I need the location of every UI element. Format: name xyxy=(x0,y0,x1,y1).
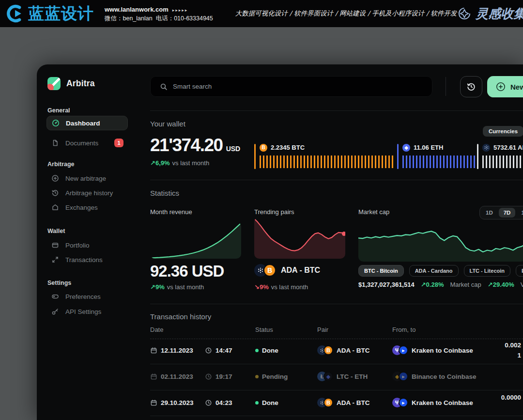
range-1m[interactable]: 1M xyxy=(516,208,523,218)
table-row[interactable]: 12.11.2023 14:47 Done B ADA - BTC Ψ xyxy=(150,339,523,362)
sidebar-item-exchanges[interactable]: Exchanges xyxy=(46,200,128,215)
section-title-arbitrage: Arbitrage xyxy=(47,161,75,168)
plus-circle-icon xyxy=(496,82,506,92)
banner-services: 大数据可视化设计 / 软件界面设计 / 网站建设 / 手机及小程序设计 / 软件… xyxy=(235,9,457,18)
range-7d[interactable]: 7D xyxy=(499,208,516,218)
time-cell: 04:23 xyxy=(205,391,232,414)
wechat-contact: 微信：ben_lanlan xyxy=(105,15,153,22)
sidebar-item-new-arbitrage[interactable]: New arbitrage xyxy=(46,171,128,186)
row-divider xyxy=(150,390,523,390)
ada-amount-label: 5732.61 ADA xyxy=(493,144,523,151)
cap-delta-label: Market cap xyxy=(450,281,481,288)
arbitra-app-window: Arbitra General Dashboard Documents 1 Ar… xyxy=(37,64,523,420)
market-cap-value: $1,327,027,361,514 xyxy=(358,281,415,288)
search-input[interactable] xyxy=(173,83,405,90)
table-row[interactable]: 29.10.2023 04:23 Done B ADA - BTC Ψ xyxy=(150,391,523,414)
date-cell: 12.11.2023 xyxy=(150,339,193,362)
wallet-delta: ↗6,9% vs last month xyxy=(150,159,209,167)
sidebar-item-transactions[interactable]: Transactions xyxy=(46,252,128,267)
url-arrows-decor: ▸▸▸▸▸ xyxy=(172,8,188,13)
site-logo: 蓝蓝设计 xyxy=(6,3,94,25)
collect-text: 灵感收集 xyxy=(476,5,523,22)
pill-ltc-litecoin[interactable]: LTC - Litecoin xyxy=(464,265,511,277)
coinbase-icon: ▸ xyxy=(399,398,408,407)
section-title-wallet: Wallet xyxy=(47,228,65,234)
table-row[interactable]: 02.11.2023 19:17 Pending Ł ◆ LTC - ETH ◆ xyxy=(150,365,523,388)
date-value: 29.10.2023 xyxy=(161,399,194,406)
inspiration-collect[interactable]: 灵感收集 xyxy=(457,5,523,22)
route-cell: Ψ ▸ Kraken to Coinbase xyxy=(392,391,473,414)
status-dot-pending xyxy=(255,375,259,378)
search-bar[interactable] xyxy=(150,76,432,97)
trending-delta-suffix: vs last month xyxy=(271,283,308,291)
volume-delta-value: 29.40% xyxy=(493,281,514,288)
pill-ada-cardano[interactable]: ADA - Cardano xyxy=(409,265,459,277)
pill-btc-bitcoin[interactable]: BTC - Bitcoin xyxy=(358,265,404,277)
toggle-icon xyxy=(51,293,59,300)
exchange-icons: Ψ ▸ xyxy=(392,398,408,407)
wallet-segment-eth: ◆ 11.06 ETH xyxy=(397,143,477,170)
btc-coin-icon: B xyxy=(323,398,333,407)
cap-delta-value: 0.28% xyxy=(426,281,444,288)
time-value: 04:23 xyxy=(215,399,232,406)
up-arrow-icon: ↗ xyxy=(150,283,155,291)
status-value: Done xyxy=(262,399,278,406)
sidebar-item-dashboard[interactable]: Dashboard xyxy=(46,116,128,130)
sidebar-item-label: Exchanges xyxy=(65,204,98,211)
exchange-icons: Ψ ▸ xyxy=(392,345,408,355)
pair-value: LTC - ETH xyxy=(337,373,368,380)
pair-coins: B xyxy=(317,345,333,355)
wallet-icon xyxy=(51,241,59,249)
route-cell: ◆ ▸ Binance to Coinbase xyxy=(392,365,477,388)
month-revenue-value: 92.36 USD xyxy=(150,262,224,280)
wallet-segment-ada: 5732.61 ADA xyxy=(477,143,523,170)
date-cell: 02.11.2023 xyxy=(150,365,193,388)
range-1d[interactable]: 1D xyxy=(481,208,498,218)
market-cap-label: Market cap xyxy=(358,208,389,216)
sidebar-item-label: Dashboard xyxy=(66,120,100,127)
api-key-icon xyxy=(51,308,59,315)
trending-pair: B ADA - BTC xyxy=(254,264,320,277)
market-cap-coin-pills: BTC - Bitcoin ADA - Cardano LTC - Liteco… xyxy=(358,265,523,277)
search-icon xyxy=(160,83,168,91)
sidebar-item-portfolio[interactable]: Portfolio xyxy=(46,238,128,252)
topbar-divider xyxy=(446,77,446,96)
trending-delta-value: 9% xyxy=(260,283,269,291)
amount-bottom: 1 xyxy=(505,350,521,360)
tab-currencies[interactable]: Currencies xyxy=(483,126,523,137)
pill-eth-ethereum[interactable]: ETH - Ethereum xyxy=(516,265,523,277)
history-icon xyxy=(51,189,59,197)
sidebar-item-documents[interactable]: Documents 1 xyxy=(46,136,128,150)
calendar-icon xyxy=(150,373,157,380)
wallet-amount-currency: USD xyxy=(226,145,241,153)
sidebar-item-label: Transactions xyxy=(65,256,103,264)
amount-top: 0.0000 xyxy=(501,392,521,403)
status-cell: Pending xyxy=(255,365,288,388)
wallet-segment-btc: B 2.2345 BTC xyxy=(254,143,397,170)
sidebar-item-preferences[interactable]: Preferences xyxy=(46,289,128,304)
sidebar-item-api-settings[interactable]: API Settings xyxy=(46,304,128,319)
sidebar-item-arbitrage-history[interactable]: Arbitrage history xyxy=(46,186,128,200)
file-icon xyxy=(51,139,59,147)
ada-bars xyxy=(482,156,523,168)
history-button[interactable] xyxy=(460,76,482,97)
status-dot-done xyxy=(255,349,259,352)
sidebar-item-label: Documents xyxy=(65,140,98,147)
route-cell: Ψ ▸ Kraken to Coinbase xyxy=(392,339,473,362)
documents-badge: 1 xyxy=(114,139,123,147)
up-arrow-icon: ↗ xyxy=(150,159,155,167)
trending-pairs-chart xyxy=(254,217,345,259)
month-revenue-label: Month revenue xyxy=(150,208,192,216)
divider xyxy=(150,180,523,180)
transfer-arrows-icon xyxy=(51,256,59,264)
app-brand-text: Arbitra xyxy=(66,78,95,89)
new-arbitrage-button[interactable]: New arbitrage xyxy=(487,76,523,97)
plus-circle-icon xyxy=(51,174,59,182)
btc-coin-icon: B xyxy=(263,264,276,277)
eth-coin-icon: ◆ xyxy=(402,144,410,152)
btc-amount-label: 2.2345 BTC xyxy=(271,144,305,151)
status-cell: Done xyxy=(255,391,278,414)
trending-pair-name: ADA - BTC xyxy=(281,266,320,275)
arbitra-logo-icon xyxy=(47,77,61,90)
site-url[interactable]: www.lanlanwork.com xyxy=(105,6,169,13)
